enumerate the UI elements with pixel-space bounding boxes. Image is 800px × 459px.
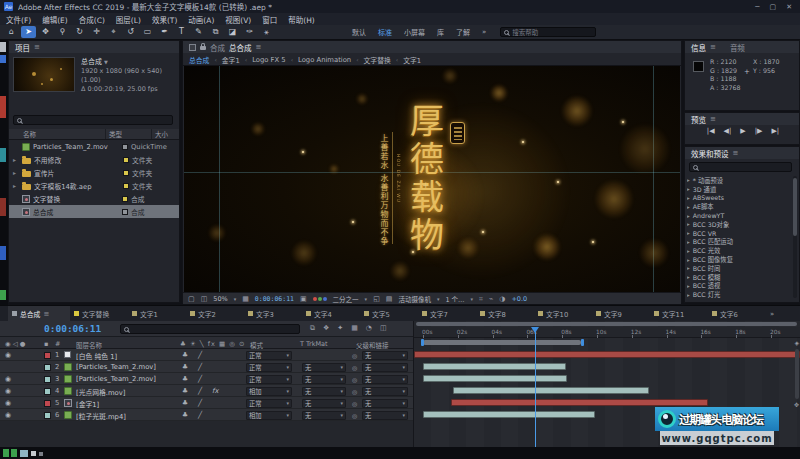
selection-tool[interactable]: ➤ (21, 26, 36, 38)
timeline-column-headers[interactable]: ◉ ◁ ● ▪ # 图层名称 ♣ ☀ ╲ fx ▦ ◎ ⊙ 模式 T TrkMa… (0, 337, 413, 349)
layer-color-chip[interactable] (44, 412, 51, 419)
panel-menu-icon[interactable]: ≡ (43, 310, 49, 318)
layer-color-chip[interactable] (44, 352, 51, 359)
breadcrumb-item[interactable]: 文字替换 (364, 55, 391, 65)
timeline-tab[interactable]: 文字9 (592, 306, 650, 321)
blend-mode-select[interactable]: 相加▾ (246, 387, 292, 396)
timeline-tab[interactable]: 文字11 (650, 306, 708, 321)
breadcrumb-item[interactable]: 文字1 (403, 55, 421, 65)
fast-previews-icon[interactable]: ⌁ (489, 295, 493, 303)
breadcrumb-item[interactable]: Logo FX 5 (252, 56, 286, 64)
next-frame-button[interactable]: |▶ (755, 127, 763, 135)
panel-menu-icon[interactable]: ≡ (256, 43, 262, 51)
motion-blur-icon[interactable]: ◔ (366, 324, 372, 332)
layer-duration-bar[interactable] (451, 399, 709, 406)
effects-category-row[interactable]: ▸AndrewYT (687, 211, 793, 220)
roto-brush-tool[interactable]: ✑ (242, 26, 257, 38)
disclosure-caret[interactable]: ▸ (687, 257, 690, 263)
current-time-display[interactable]: 0:00:06:11 (44, 323, 101, 334)
quality-switch-icon[interactable]: ♣ (182, 399, 188, 407)
maximize-button[interactable]: ▢ (770, 3, 777, 11)
comp-mini-flowchart-icon[interactable]: ⧉ (310, 324, 315, 332)
effects-category-row[interactable]: ▸BCC VR (687, 229, 793, 238)
layer-duration-bar[interactable] (423, 363, 566, 370)
project-item-row[interactable]: 总合成合成 (9, 205, 179, 218)
workspace-overflow[interactable]: » (482, 28, 486, 36)
label-color-chip[interactable] (123, 157, 129, 163)
pickwhip-icon[interactable]: ◎ (352, 364, 357, 371)
layer-duration-bar[interactable] (453, 387, 650, 394)
workspace-active[interactable]: 标准 (378, 27, 392, 37)
disclosure-caret[interactable]: ▸ (687, 292, 690, 298)
blend-mode-select[interactable]: 正常▾ (246, 399, 292, 408)
minimize-button[interactable]: ─ (755, 3, 759, 11)
layer-row[interactable]: ◉1[白色 纯色 1]♣╱正常▾◎无▾ (0, 349, 413, 361)
parent-link-select[interactable]: 无▾ (362, 387, 408, 396)
exposure-value[interactable]: +0.0 (511, 295, 527, 303)
rotation-tool[interactable]: ↺ (123, 26, 138, 38)
go-to-end-button[interactable]: ▶| (771, 127, 779, 135)
collapse-switch-icon[interactable]: ╱ (198, 411, 202, 419)
disclosure-caret[interactable]: ▸ (687, 186, 690, 192)
trkmat-select[interactable]: 无▾ (302, 375, 346, 384)
previous-frame-button[interactable]: ◀| (724, 127, 732, 135)
disclosure-caret[interactable]: ▸ (687, 177, 690, 183)
blend-mode-select[interactable]: 正常▾ (246, 351, 292, 360)
project-item-row[interactable]: 文字替换合成 (9, 192, 179, 205)
blend-mode-select[interactable]: 正常▾ (246, 363, 292, 372)
label-color-chip[interactable] (122, 209, 128, 215)
menu-item[interactable]: 窗口 (262, 14, 277, 25)
region-of-interest-icon[interactable]: ◱ (373, 295, 380, 303)
play-button[interactable]: ▶ (740, 127, 745, 135)
tab-audio[interactable]: 音频 (730, 42, 745, 53)
effects-category-row[interactable]: ▸BCC 图像恢复 (687, 255, 793, 264)
dolly-camera-tool[interactable]: ⌖ (106, 26, 121, 38)
time-navigator-bar[interactable] (416, 322, 797, 326)
pickwhip-icon[interactable]: ◎ (352, 352, 357, 359)
disclosure-caret[interactable]: ▸ (687, 265, 690, 271)
comp-button-icon[interactable]: ✥ (794, 401, 799, 408)
panel-menu-icon[interactable]: ≡ (710, 115, 716, 123)
pickwhip-icon[interactable]: ◎ (352, 388, 357, 395)
snapshot-icon[interactable]: ▣ (300, 295, 307, 303)
project-item-row[interactable]: ▸文字模板14款.aep文件夹 (9, 179, 179, 192)
shape-tool[interactable]: ▭ (140, 26, 155, 38)
project-search-input[interactable] (13, 115, 173, 125)
viewer-timecode[interactable]: 0:00:06:11 (255, 295, 294, 303)
label-color-chip[interactable] (123, 170, 129, 176)
disclosure-caret[interactable]: ▸ (13, 156, 19, 163)
timeline-tab[interactable]: 文字8 (476, 306, 534, 321)
label-color-chip[interactable] (122, 196, 128, 202)
menu-item[interactable]: 文件(F) (6, 14, 31, 25)
parent-link-select[interactable]: 无▾ (362, 363, 408, 372)
disclosure-caret[interactable]: ▸ (687, 283, 690, 289)
parent-link-select[interactable]: 无▾ (362, 375, 408, 384)
playhead-handle[interactable] (531, 327, 539, 333)
effects-category-row[interactable]: ▸BCC 透视 (687, 282, 793, 291)
timeline-tab[interactable]: 文字2 (186, 306, 244, 321)
disclosure-caret[interactable]: ▸ (687, 195, 690, 201)
tab-effects-presets[interactable]: 效果和预设 (691, 148, 729, 159)
menu-item[interactable]: 帮助(H) (288, 14, 315, 25)
zoom-tool[interactable]: ⚲ (55, 26, 70, 38)
go-to-start-button[interactable]: |◀ (707, 127, 715, 135)
work-area-start-handle[interactable] (421, 339, 424, 346)
effects-category-row[interactable]: ▸BCC 模糊 (687, 273, 793, 282)
layer-row[interactable]: ◉4[光点网格.mov]♣╱fx相加▾无▾◎无▾ (0, 385, 413, 397)
layer-duration-bar[interactable] (414, 351, 800, 358)
pixel-aspect-icon[interactable]: ⌗ (479, 295, 483, 303)
collapse-switch-icon[interactable]: ╱ (198, 375, 202, 383)
effects-category-row[interactable]: ▸AE脚本 (687, 202, 793, 211)
menu-item[interactable]: 效果(T) (152, 14, 177, 25)
menu-item[interactable]: 合成(C) (79, 14, 105, 25)
label-color-chip[interactable] (123, 183, 129, 189)
frame-blending-icon[interactable]: ▦ (351, 324, 358, 332)
trkmat-select[interactable]: 无▾ (302, 387, 346, 396)
parent-link-select[interactable]: 无▾ (362, 411, 408, 420)
breadcrumb-item[interactable]: Logo Animation (298, 56, 351, 64)
quality-switch-icon[interactable]: ♣ (182, 351, 188, 359)
workspace-item[interactable]: 了解 (456, 27, 470, 37)
effects-search-input[interactable] (689, 162, 792, 172)
collapse-switch-icon[interactable]: ╱ (198, 363, 202, 371)
draft-3d-icon[interactable]: ❖ (323, 324, 329, 332)
